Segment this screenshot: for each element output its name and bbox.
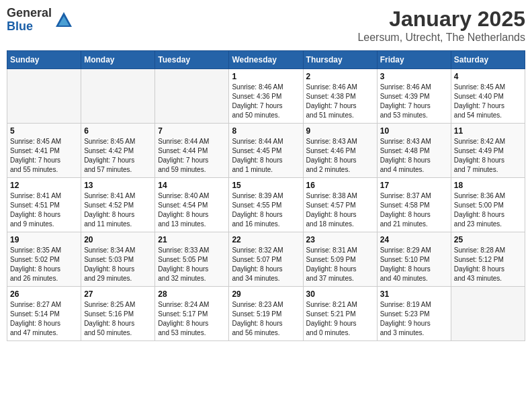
calendar-header-monday: Monday bbox=[81, 51, 155, 69]
day-number: 16 bbox=[306, 181, 374, 190]
day-info: Sunrise: 8:21 AMSunset: 5:21 PMDaylight:… bbox=[306, 300, 374, 338]
day-number: 13 bbox=[84, 181, 152, 190]
day-info: Sunrise: 8:23 AMSunset: 5:19 PMDaylight:… bbox=[232, 300, 300, 338]
day-info: Sunrise: 8:44 AMSunset: 4:45 PMDaylight:… bbox=[232, 137, 300, 175]
day-info: Sunrise: 8:29 AMSunset: 5:10 PMDaylight:… bbox=[380, 246, 448, 283]
day-info: Sunrise: 8:28 AMSunset: 5:12 PMDaylight:… bbox=[454, 246, 522, 283]
day-number: 24 bbox=[380, 235, 448, 244]
day-info: Sunrise: 8:46 AMSunset: 4:38 PMDaylight:… bbox=[306, 83, 374, 120]
day-info: Sunrise: 8:46 AMSunset: 4:36 PMDaylight:… bbox=[232, 83, 300, 120]
calendar-week-1: 1Sunrise: 8:46 AMSunset: 4:36 PMDaylight… bbox=[7, 69, 525, 124]
calendar-week-3: 12Sunrise: 8:41 AMSunset: 4:51 PMDayligh… bbox=[7, 178, 525, 232]
day-number: 28 bbox=[158, 289, 226, 299]
day-info: Sunrise: 8:33 AMSunset: 5:05 PMDaylight:… bbox=[158, 246, 226, 283]
day-info: Sunrise: 8:31 AMSunset: 5:09 PMDaylight:… bbox=[306, 246, 374, 283]
calendar-cell: 13Sunrise: 8:41 AMSunset: 4:52 PMDayligh… bbox=[81, 178, 155, 232]
day-number: 17 bbox=[380, 181, 448, 190]
page-subtitle: Leersum, Utrecht, The Netherlands bbox=[357, 32, 525, 44]
day-info: Sunrise: 8:34 AMSunset: 5:03 PMDaylight:… bbox=[84, 246, 152, 283]
day-info: Sunrise: 8:42 AMSunset: 4:49 PMDaylight:… bbox=[454, 137, 522, 175]
day-number: 18 bbox=[454, 181, 522, 190]
calendar-cell: 25Sunrise: 8:28 AMSunset: 5:12 PMDayligh… bbox=[451, 232, 525, 287]
calendar-cell: 24Sunrise: 8:29 AMSunset: 5:10 PMDayligh… bbox=[377, 232, 451, 287]
calendar-cell: 23Sunrise: 8:31 AMSunset: 5:09 PMDayligh… bbox=[303, 232, 377, 287]
day-number: 14 bbox=[158, 181, 226, 190]
day-info: Sunrise: 8:44 AMSunset: 4:44 PMDaylight:… bbox=[158, 137, 226, 175]
calendar-cell: 27Sunrise: 8:25 AMSunset: 5:16 PMDayligh… bbox=[81, 287, 155, 341]
calendar-cell: 22Sunrise: 8:32 AMSunset: 5:07 PMDayligh… bbox=[229, 232, 303, 287]
calendar-week-5: 26Sunrise: 8:27 AMSunset: 5:14 PMDayligh… bbox=[7, 287, 525, 341]
day-number: 6 bbox=[84, 126, 152, 136]
calendar-cell: 3Sunrise: 8:46 AMSunset: 4:39 PMDaylight… bbox=[377, 69, 451, 124]
calendar-cell: 16Sunrise: 8:38 AMSunset: 4:57 PMDayligh… bbox=[303, 178, 377, 232]
day-number: 2 bbox=[306, 72, 374, 81]
calendar-cell: 14Sunrise: 8:40 AMSunset: 4:54 PMDayligh… bbox=[155, 178, 229, 232]
logo: General Blue bbox=[7, 7, 73, 34]
day-number: 10 bbox=[380, 126, 448, 136]
calendar-cell: 18Sunrise: 8:36 AMSunset: 5:00 PMDayligh… bbox=[451, 178, 525, 232]
calendar-cell: 6Sunrise: 8:45 AMSunset: 4:42 PMDaylight… bbox=[81, 124, 155, 178]
day-number: 12 bbox=[10, 181, 78, 190]
calendar-header-saturday: Saturday bbox=[451, 51, 525, 69]
day-number: 30 bbox=[306, 289, 374, 299]
calendar-header-thursday: Thursday bbox=[303, 51, 377, 69]
calendar-cell bbox=[451, 287, 525, 341]
page-title: January 2025 bbox=[357, 7, 525, 32]
day-info: Sunrise: 8:45 AMSunset: 4:42 PMDaylight:… bbox=[84, 137, 152, 175]
logo-blue-text: Blue bbox=[7, 20, 52, 34]
day-info: Sunrise: 8:39 AMSunset: 4:55 PMDaylight:… bbox=[232, 191, 300, 229]
day-number: 23 bbox=[306, 235, 374, 244]
calendar-cell: 10Sunrise: 8:43 AMSunset: 4:48 PMDayligh… bbox=[377, 124, 451, 178]
calendar-header-tuesday: Tuesday bbox=[155, 51, 229, 69]
day-number: 9 bbox=[306, 126, 374, 136]
logo-icon bbox=[54, 11, 73, 30]
calendar-cell bbox=[155, 69, 229, 124]
day-number: 29 bbox=[232, 289, 300, 299]
day-number: 26 bbox=[10, 289, 78, 299]
calendar-cell: 20Sunrise: 8:34 AMSunset: 5:03 PMDayligh… bbox=[81, 232, 155, 287]
day-info: Sunrise: 8:45 AMSunset: 4:41 PMDaylight:… bbox=[10, 137, 78, 175]
day-number: 7 bbox=[158, 126, 226, 136]
calendar-cell: 31Sunrise: 8:19 AMSunset: 5:23 PMDayligh… bbox=[377, 287, 451, 341]
day-number: 11 bbox=[454, 126, 522, 136]
calendar-cell: 29Sunrise: 8:23 AMSunset: 5:19 PMDayligh… bbox=[229, 287, 303, 341]
calendar-cell: 19Sunrise: 8:35 AMSunset: 5:02 PMDayligh… bbox=[7, 232, 81, 287]
day-info: Sunrise: 8:41 AMSunset: 4:52 PMDaylight:… bbox=[84, 191, 152, 229]
day-number: 21 bbox=[158, 235, 226, 244]
calendar-cell: 15Sunrise: 8:39 AMSunset: 4:55 PMDayligh… bbox=[229, 178, 303, 232]
day-info: Sunrise: 8:43 AMSunset: 4:48 PMDaylight:… bbox=[380, 137, 448, 175]
day-info: Sunrise: 8:25 AMSunset: 5:16 PMDaylight:… bbox=[84, 300, 152, 338]
day-number: 25 bbox=[454, 235, 522, 244]
calendar-header-wednesday: Wednesday bbox=[229, 51, 303, 69]
calendar-cell: 8Sunrise: 8:44 AMSunset: 4:45 PMDaylight… bbox=[229, 124, 303, 178]
logo-general-text: General bbox=[7, 7, 52, 20]
calendar-cell: 30Sunrise: 8:21 AMSunset: 5:21 PMDayligh… bbox=[303, 287, 377, 341]
day-number: 31 bbox=[380, 289, 448, 299]
calendar-cell: 11Sunrise: 8:42 AMSunset: 4:49 PMDayligh… bbox=[451, 124, 525, 178]
day-number: 19 bbox=[10, 235, 78, 244]
day-number: 1 bbox=[232, 72, 300, 81]
day-info: Sunrise: 8:45 AMSunset: 4:40 PMDaylight:… bbox=[454, 83, 522, 120]
day-info: Sunrise: 8:19 AMSunset: 5:23 PMDaylight:… bbox=[380, 300, 448, 338]
day-info: Sunrise: 8:37 AMSunset: 4:58 PMDaylight:… bbox=[380, 191, 448, 229]
calendar-cell: 5Sunrise: 8:45 AMSunset: 4:41 PMDaylight… bbox=[7, 124, 81, 178]
calendar-cell: 1Sunrise: 8:46 AMSunset: 4:36 PMDaylight… bbox=[229, 69, 303, 124]
calendar-header-friday: Friday bbox=[377, 51, 451, 69]
calendar-header-row: SundayMondayTuesdayWednesdayThursdayFrid… bbox=[7, 51, 525, 69]
day-number: 5 bbox=[10, 126, 78, 136]
calendar-table: SundayMondayTuesdayWednesdayThursdayFrid… bbox=[7, 50, 525, 341]
day-info: Sunrise: 8:24 AMSunset: 5:17 PMDaylight:… bbox=[158, 300, 226, 338]
day-number: 8 bbox=[232, 126, 300, 136]
day-info: Sunrise: 8:41 AMSunset: 4:51 PMDaylight:… bbox=[10, 191, 78, 229]
day-info: Sunrise: 8:27 AMSunset: 5:14 PMDaylight:… bbox=[10, 300, 78, 338]
day-info: Sunrise: 8:46 AMSunset: 4:39 PMDaylight:… bbox=[380, 83, 448, 120]
day-number: 22 bbox=[232, 235, 300, 244]
day-info: Sunrise: 8:38 AMSunset: 4:57 PMDaylight:… bbox=[306, 191, 374, 229]
day-info: Sunrise: 8:36 AMSunset: 5:00 PMDaylight:… bbox=[454, 191, 522, 229]
calendar-cell: 9Sunrise: 8:43 AMSunset: 4:46 PMDaylight… bbox=[303, 124, 377, 178]
calendar-cell bbox=[81, 69, 155, 124]
calendar-cell: 12Sunrise: 8:41 AMSunset: 4:51 PMDayligh… bbox=[7, 178, 81, 232]
calendar-cell bbox=[7, 69, 81, 124]
day-number: 15 bbox=[232, 181, 300, 190]
day-number: 4 bbox=[454, 72, 522, 81]
